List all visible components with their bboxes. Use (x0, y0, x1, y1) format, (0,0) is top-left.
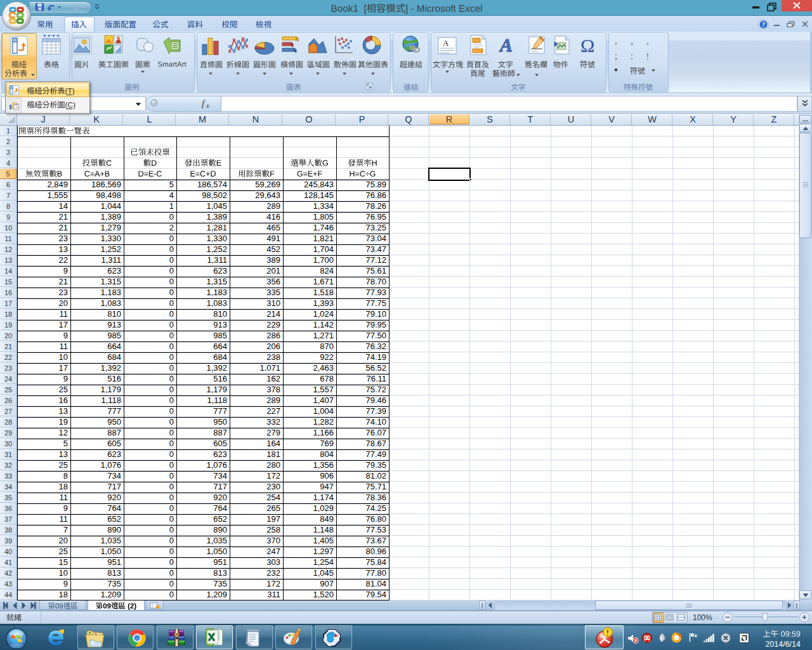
svg-text:f: f (202, 98, 206, 109)
svg-text:Ω: Ω (580, 35, 594, 56)
svg-text:?: ? (762, 20, 766, 28)
svg-text:A: A (499, 35, 513, 55)
svg-text:A: A (443, 38, 449, 48)
svg-text:x: x (206, 102, 209, 109)
